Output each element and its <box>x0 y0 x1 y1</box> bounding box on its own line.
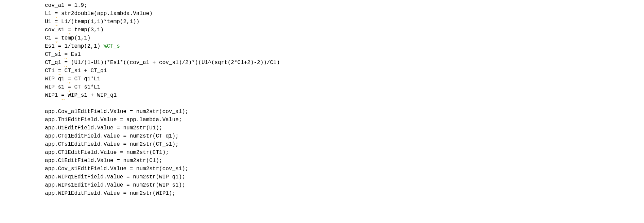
code-line[interactable]: CT_q1 = (U1/(1-U1))*Es1*((cov_a1 + cov_s… <box>45 59 644 67</box>
code-text: WIP_q1 <box>45 76 68 82</box>
code-text: temp(3,1) <box>71 27 104 33</box>
lint-warning-equals: = <box>65 50 68 59</box>
code-text: app.Cov_s1EditField.Value = num2str(cov_… <box>45 166 188 172</box>
lint-warning-equals: = <box>68 83 71 91</box>
code-line[interactable]: app.WIP1EditField.Value = num2str(WIP1); <box>45 189 644 197</box>
code-line[interactable]: app.U1EditField.Value = num2str(U1); <box>45 124 644 132</box>
code-text: Es1 <box>45 43 58 49</box>
code-text: WIP_s1 <box>45 84 68 90</box>
code-line[interactable]: WIP_q1 = CT_q1*L1 <box>45 75 644 83</box>
code-line[interactable] <box>45 99 644 108</box>
code-line[interactable]: app.WIPs1EditField.Value = num2str(WIP_s… <box>45 181 644 189</box>
code-line[interactable]: U1 = L1/(temp(1,1)*temp(2,1)) <box>45 18 644 26</box>
code-line[interactable]: app.Th1EditField.Value = app.lambda.Valu… <box>45 116 644 124</box>
lint-warning-equals: = <box>61 91 65 99</box>
code-editor[interactable]: cov_a1 = 1.9;L1 = str2double(app.lambda.… <box>0 0 644 199</box>
code-text: L1/(temp(1,1)*temp(2,1)) <box>58 19 139 25</box>
code-text: 1/temp(2,1) <box>61 43 104 49</box>
lint-warning-equals: = <box>58 42 61 50</box>
lint-warning-equals: = <box>65 59 68 67</box>
code-text: U1 <box>45 19 55 25</box>
lint-warning-equals: = <box>58 67 61 75</box>
code-comment: %CT_s <box>104 43 120 49</box>
lint-warning-equals: = <box>55 18 58 26</box>
code-text: CT_q1*L1 <box>71 76 100 82</box>
code-text: WIP1 <box>45 92 61 98</box>
code-line[interactable]: Es1 = 1/temp(2,1) %CT_s <box>45 42 644 50</box>
code-text: app.Th1EditField.Value = app.lambda.Valu… <box>45 117 182 123</box>
code-line[interactable]: app.CTs1EditField.Value = num2str(CT_s1)… <box>45 140 644 148</box>
code-text: CT_s1 <box>45 51 65 58</box>
code-text: Es1 <box>68 51 81 58</box>
lint-warning-equals: = <box>68 26 71 34</box>
code-text: app.U1EditField.Value = num2str(U1); <box>45 125 162 131</box>
code-line[interactable]: WIP1 = WIP_s1 + WIP_q1 <box>45 91 644 99</box>
code-text: app.CTq1EditField.Value = num2str(CT_q1)… <box>45 133 179 139</box>
code-line[interactable]: cov_a1 = 1.9; <box>45 1 644 10</box>
code-text: L1 <box>45 11 55 17</box>
code-text: cov_s1 <box>45 27 68 33</box>
code-text: app.WIPs1EditField.Value = num2str(WIP_s… <box>45 182 185 188</box>
code-text: app.WIPq1EditField.Value = num2str(WIP_q… <box>45 174 185 180</box>
code-text: cov_a1 = 1.9; <box>45 2 87 9</box>
column-ruler <box>251 0 251 199</box>
code-text: CT1 <box>45 68 58 74</box>
code-text: app.Cov_a1EditField.Value = num2str(cov_… <box>45 109 188 115</box>
code-line[interactable]: app.CTq1EditField.Value = num2str(CT_q1)… <box>45 132 644 140</box>
code-line[interactable]: C1 = temp(1,1) <box>45 34 644 42</box>
code-text: CT_s1*L1 <box>71 84 100 90</box>
lint-warning-equals: = <box>55 34 58 42</box>
lint-warning-equals: = <box>55 10 58 18</box>
code-text: CT_q1 <box>45 60 65 66</box>
lint-warning-equals: = <box>68 75 71 83</box>
code-text: C1 <box>45 35 55 41</box>
code-line[interactable]: L1 = str2double(app.lambda.Value) <box>45 10 644 18</box>
code-text: app.CT1EditField.Value = num2str(CT1); <box>45 149 169 156</box>
code-line[interactable]: app.C1EditField.Value = num2str(C1); <box>45 157 644 165</box>
code-text: app.CTs1EditField.Value = num2str(CT_s1)… <box>45 141 179 147</box>
code-text: (U1/(1-U1))*Es1*((cov_a1 + cov_s1)/2)*((… <box>68 60 280 66</box>
code-line[interactable]: CT_s1 = Es1 <box>45 50 644 59</box>
code-text: temp(1,1) <box>58 35 90 41</box>
code-text: app.WIP1EditField.Value = num2str(WIP1); <box>45 190 175 196</box>
code-text: str2double(app.lambda.Value) <box>58 11 152 17</box>
code-line[interactable]: WIP_s1 = CT_s1*L1 <box>45 83 644 91</box>
code-line[interactable]: CT1 = CT_s1 + CT_q1 <box>45 67 644 75</box>
code-text: WIP_s1 + WIP_q1 <box>65 92 117 98</box>
code-line[interactable]: app.Cov_a1EditField.Value = num2str(cov_… <box>45 108 644 116</box>
code-text: app.C1EditField.Value = num2str(C1); <box>45 158 162 164</box>
code-line[interactable]: app.WIPq1EditField.Value = num2str(WIP_q… <box>45 173 644 181</box>
code-line[interactable]: cov_s1 = temp(3,1) <box>45 26 644 34</box>
code-text: CT_s1 + CT_q1 <box>61 68 107 74</box>
code-line[interactable]: app.Cov_s1EditField.Value = num2str(cov_… <box>45 165 644 173</box>
code-line[interactable]: app.CT1EditField.Value = num2str(CT1); <box>45 148 644 157</box>
